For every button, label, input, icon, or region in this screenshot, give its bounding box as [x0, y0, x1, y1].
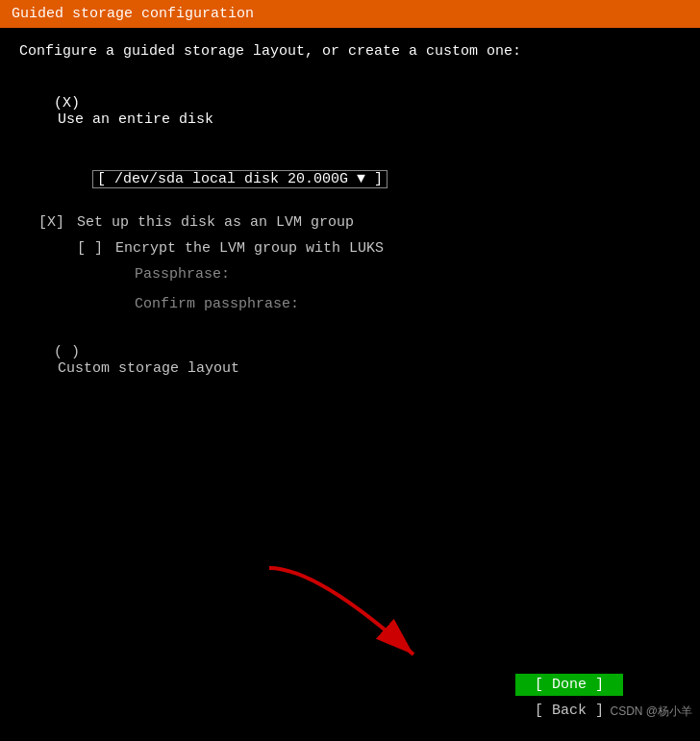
option-custom-layout[interactable]: ( ) Custom storage layout	[19, 328, 681, 393]
done-button[interactable]: [ Done ]	[515, 674, 623, 696]
back-button[interactable]: [ Back ]	[515, 700, 623, 722]
radio-entire-disk[interactable]: (X)	[54, 95, 80, 111]
label-lvm: Set up this disk as an LVM group	[77, 214, 354, 231]
passphrase-label: Passphrase:	[135, 266, 681, 283]
arrow-indicator	[240, 558, 510, 688]
label-entire-disk: Use an entire disk	[58, 111, 213, 128]
disk-selector[interactable]: [ /dev/sda local disk 20.000G ▼ ]	[92, 170, 388, 188]
option-entire-disk[interactable]: (X) Use an entire disk	[19, 79, 681, 144]
lvm-group-option[interactable]: [X] Set up this disk as an LVM group	[38, 214, 681, 231]
label-encrypt: Encrypt the LVM group with LUKS	[115, 240, 384, 257]
checkbox-lvm[interactable]: [X]	[38, 214, 64, 231]
confirm-passphrase-label: Confirm passphrase:	[135, 296, 681, 312]
main-content: Configure a guided storage layout, or cr…	[0, 28, 700, 418]
radio-custom[interactable]: ( )	[54, 344, 80, 360]
bottom-buttons: [ Done ] [ Back ]	[515, 674, 623, 722]
title-bar: Guided storage configuration	[0, 0, 700, 28]
checkbox-encrypt[interactable]: [ ]	[77, 240, 103, 257]
intro-text: Configure a guided storage layout, or cr…	[19, 43, 681, 60]
encrypt-luks-option[interactable]: [ ] Encrypt the LVM group with LUKS	[77, 240, 681, 257]
watermark: CSDN @杨小羊	[610, 704, 692, 720]
label-custom: Custom storage layout	[58, 360, 239, 377]
